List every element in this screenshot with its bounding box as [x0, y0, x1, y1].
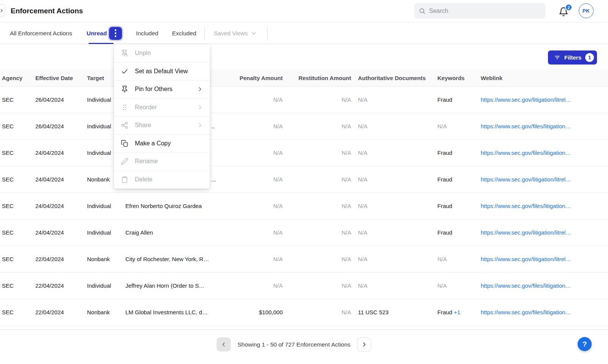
cell-weblink: https://www.sec.gov/files/litigation…	[475, 203, 608, 209]
cell-authoritative-documents: N/A	[352, 176, 432, 183]
cell-penalty-amount: N/A	[236, 150, 285, 156]
pagination: Showing 1 - 50 of 727 Enforcement Action…	[217, 337, 371, 351]
table-header-row: Agency Effective Date Target Penalty Amo…	[0, 69, 608, 87]
cell-keywords: Fraud	[432, 176, 475, 183]
menu-item-rename[interactable]: Rename	[114, 153, 210, 171]
menu-item-make-a-copy[interactable]: Make a Copy	[114, 135, 210, 153]
weblink-link[interactable]: https://www.sec.gov/files/litigation…	[481, 282, 571, 289]
cell-target: Nonbank	[86, 256, 124, 262]
table-row[interactable]: SEC24/04/2024IndividualEfren Norberto Qu…	[0, 193, 608, 219]
weblink-link[interactable]: https://www.sec.gov/litigation/litrel…	[481, 229, 571, 236]
tab-included[interactable]: Included	[136, 30, 158, 37]
menu-item-delete[interactable]: Delete	[114, 171, 210, 189]
weblink-link[interactable]: https://www.sec.gov/files/litigation…	[481, 203, 571, 209]
cell-keywords: Fraud	[432, 150, 475, 156]
chevron-right-icon	[197, 86, 203, 92]
cell-restitution-amount: N/A	[285, 176, 352, 183]
table-row[interactable]: SEC22/04/2024IndividualJeffrey Alan Horn…	[0, 273, 608, 299]
column-header-authoritative-documents: Authoritative Documents	[352, 75, 432, 81]
cell-keywords: Fraud	[432, 203, 475, 209]
sidebar-expand-button[interactable]	[0, 4, 5, 17]
filters-button[interactable]: Filters 1	[548, 50, 597, 65]
cell-target: Individual	[86, 282, 124, 289]
cell-agency: SEC	[0, 309, 33, 315]
table-row[interactable]: SEC24/04/2024IndividualCraig AllenN/AN/A…	[0, 219, 608, 246]
cell-keywords: Fraud +1	[432, 309, 475, 315]
cell-effective-date: 24/04/2024	[33, 150, 86, 156]
pin-icon	[121, 85, 128, 93]
weblink-link[interactable]: https://www.sec.gov/litigation/litrel…	[481, 176, 571, 183]
cell-weblink: https://www.sec.gov/files/litigation…	[475, 150, 608, 156]
weblink-link[interactable]: https://www.sec.gov/litigation/litrel…	[481, 256, 571, 262]
table-body: SEC26/04/2024IndividualN/AN/AN/AFraudhtt…	[0, 87, 608, 326]
cell-agency: SEC	[0, 150, 33, 156]
weblink-link[interactable]: https://www.sec.gov/files/litigation…	[481, 123, 571, 129]
next-page-button[interactable]	[357, 337, 371, 351]
cell-target: Nonbank	[86, 309, 124, 315]
table-row[interactable]: SEC24/04/2024IndividualN/AN/AN/AFraudhtt…	[0, 140, 608, 166]
previous-page-button[interactable]	[217, 337, 231, 351]
filters-label: Filters	[564, 54, 581, 61]
enforcement-actions-table: Agency Effective Date Target Penalty Amo…	[0, 69, 608, 326]
cell-weblink: https://www.sec.gov/litigation/litrel…	[475, 176, 608, 183]
column-header-penalty-amount: Penalty Amount	[236, 75, 285, 81]
menu-item-pin-for-others[interactable]: Pin for Others	[114, 80, 210, 99]
cell-authoritative-documents: N/A	[352, 96, 432, 103]
table-row[interactable]: SEC26/04/2024IndividualN/AN/AN/AFraudhtt…	[0, 87, 608, 113]
view-tabs: All Enforcement Actions Unread Included …	[0, 23, 608, 44]
cell-effective-date: 24/04/2024	[33, 176, 86, 183]
cell-effective-date: 26/04/2024	[33, 123, 86, 129]
cell-restitution-amount: N/A	[285, 309, 352, 315]
cell-weblink: https://www.sec.gov/files/litigation…	[475, 282, 608, 289]
menu-item-unpin[interactable]: Unpin	[114, 44, 210, 63]
search-input[interactable]	[429, 8, 541, 14]
search-box[interactable]	[414, 3, 545, 19]
cell-effective-date: 22/04/2024	[33, 309, 86, 315]
cell-authoritative-documents: N/A	[352, 123, 432, 129]
notifications-button[interactable]: 2	[557, 4, 572, 19]
menu-item-set-as-default-view[interactable]: Set as Default View	[114, 63, 210, 81]
table-row[interactable]: SEC22/04/2024NonbankLM Global Investment…	[0, 299, 608, 326]
menu-item-label: Set as Default View	[135, 68, 203, 75]
avatar[interactable]: PK	[579, 3, 594, 18]
menu-item-label: Rename	[135, 158, 203, 165]
menu-item-reorder[interactable]: Reorder	[114, 99, 210, 117]
keywords-more-badge[interactable]: +1	[454, 309, 460, 315]
notification-badge: 2	[565, 4, 572, 11]
trash-icon	[121, 176, 128, 183]
cell-penalty-amount: N/A	[236, 282, 285, 289]
weblink-link[interactable]: https://www.sec.gov/litigation/litrel…	[481, 96, 571, 103]
weblink-link[interactable]: https://www.sec.gov/files/litigation…	[481, 309, 571, 315]
drag-icon	[121, 104, 128, 111]
cell-weblink: https://www.sec.gov/litigation/litrel…	[475, 256, 608, 262]
chevron-left-icon	[221, 342, 226, 347]
view-options-menu: UnpinSet as Default ViewPin for OthersRe…	[114, 44, 210, 189]
table-row[interactable]: SEC22/04/2024NonbankCity of Rochester, N…	[0, 246, 608, 273]
cell-penalty-amount: N/A	[236, 229, 285, 236]
cell-effective-date: 22/04/2024	[33, 282, 86, 289]
cell-authoritative-documents: N/A	[352, 150, 432, 156]
cell-agency: SEC	[0, 229, 33, 236]
cell-authoritative-documents: N/A	[352, 229, 432, 236]
cell-agency: SEC	[0, 176, 33, 183]
chevron-right-icon	[361, 342, 367, 347]
table-row[interactable]: SEC24/04/2024Nonbank...N/AN/AN/AFraudhtt…	[0, 166, 608, 193]
cell-authoritative-documents: 11 USC 523	[352, 309, 432, 315]
help-button[interactable]: ?	[578, 337, 592, 351]
saved-views-dropdown[interactable]: Saved Views	[214, 30, 256, 37]
menu-item-label: Pin for Others	[135, 86, 190, 93]
menu-item-share[interactable]: Share	[114, 117, 210, 135]
table-row[interactable]: SEC26/04/2024Individual..N/AN/AN/AN/Ahtt…	[0, 113, 608, 140]
cell-penalty-amount: N/A	[236, 123, 285, 129]
menu-item-label: Unpin	[135, 50, 203, 57]
menu-item-label: Make a Copy	[135, 140, 203, 147]
tab-all-enforcement-actions[interactable]: All Enforcement Actions	[10, 30, 72, 37]
view-options-kebab-button[interactable]	[109, 27, 122, 40]
cell-effective-date: 22/04/2024	[33, 256, 86, 262]
tab-excluded[interactable]: Excluded	[172, 30, 196, 37]
weblink-link[interactable]: https://www.sec.gov/files/litigation…	[481, 150, 571, 156]
tab-unread[interactable]: Unread	[87, 30, 107, 37]
cell-authoritative-documents: N/A	[352, 203, 432, 209]
cell-name: Jeffrey Alan Horn (Order to S…	[124, 282, 236, 289]
cell-restitution-amount: N/A	[285, 150, 352, 156]
